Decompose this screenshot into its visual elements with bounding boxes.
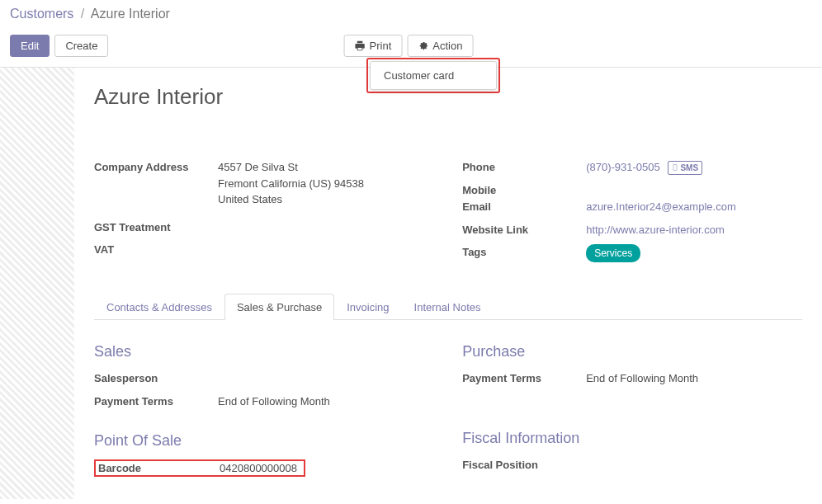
action-label: Action <box>432 40 462 52</box>
company-address-value: 4557 De Silva St Fremont California (US)… <box>218 159 364 208</box>
breadcrumb: Customers / Azure Interior <box>0 0 822 28</box>
print-dropdown: Customer card <box>370 61 497 90</box>
info-grid: Company Address 4557 De Silva St Fremont… <box>94 159 802 269</box>
tab-contacts[interactable]: Contacts & Addresses <box>94 294 224 320</box>
website-label: Website Link <box>462 222 586 238</box>
create-button[interactable]: Create <box>54 35 108 57</box>
barcode-value: 0420800000008 <box>220 462 297 474</box>
vat-label: VAT <box>94 242 218 258</box>
barcode-label: Barcode <box>98 462 220 474</box>
form-sheet-bg: Azure Interior Company Address 4557 De S… <box>0 68 822 499</box>
tab-sales-purchase[interactable]: Sales & Purchase <box>224 294 334 320</box>
action-button[interactable]: Action <box>407 35 473 57</box>
phone-value[interactable]: (870)-931-0505 <box>586 161 660 173</box>
fiscal-position-label: Fiscal Position <box>462 457 586 473</box>
tab-content: Sales Salesperson Payment Terms End of F… <box>94 320 802 479</box>
pos-title: Point Of Sale <box>94 432 462 450</box>
tab-invoicing[interactable]: Invoicing <box>334 294 401 320</box>
gear-icon <box>418 40 428 51</box>
payment-terms-value: End of Following Month <box>218 393 330 410</box>
form-sheet: Azure Interior Company Address 4557 De S… <box>74 68 822 499</box>
sms-label: SMS <box>680 162 698 174</box>
purchase-title: Purchase <box>462 343 802 360</box>
print-icon <box>355 40 366 51</box>
gst-treatment-label: GST Treatment <box>94 219 218 236</box>
sales-title: Sales <box>94 343 462 360</box>
barcode-highlight: Barcode 0420800000008 <box>94 459 305 477</box>
tab-internal-notes[interactable]: Internal Notes <box>402 294 494 320</box>
company-address-label: Company Address <box>94 159 218 208</box>
left-gutter <box>0 68 74 499</box>
purchase-payment-terms-label: Payment Terms <box>462 370 586 387</box>
tags-label: Tags <box>462 244 586 262</box>
salesperson-label: Salesperson <box>94 370 218 387</box>
print-dropdown-highlight: Customer card <box>366 58 500 93</box>
sms-button[interactable]: SMS <box>668 161 702 175</box>
dropdown-item-customer-card[interactable]: Customer card <box>371 62 496 89</box>
edit-button[interactable]: Edit <box>10 35 50 57</box>
fiscal-title: Fiscal Information <box>462 430 802 447</box>
email-value[interactable]: azure.Interior24@example.com <box>586 200 736 213</box>
toolbar: Edit Create Print Action Customer card <box>0 28 822 68</box>
tabs: Contacts & Addresses Sales & Purchase In… <box>94 294 802 320</box>
address-line2: Fremont California (US) 94538 <box>218 176 364 192</box>
print-label: Print <box>370 40 392 52</box>
address-country: United States <box>218 191 364 208</box>
purchase-payment-terms-value: End of Following Month <box>586 370 698 387</box>
mobile-icon <box>672 164 678 171</box>
website-value[interactable]: http://www.azure-interior.com <box>586 224 725 236</box>
address-line1: 4557 De Silva St <box>218 159 364 176</box>
svg-rect-0 <box>673 165 677 171</box>
mobile-label: Mobile <box>462 182 586 199</box>
breadcrumb-root[interactable]: Customers <box>10 7 73 21</box>
print-button[interactable]: Print <box>344 35 403 57</box>
breadcrumb-current: Azure Interior <box>91 7 170 21</box>
breadcrumb-separator: / <box>81 7 84 21</box>
phone-label: Phone <box>462 159 586 176</box>
tag-pill: Services <box>586 244 640 262</box>
payment-terms-label: Payment Terms <box>94 393 218 410</box>
email-label: Email <box>462 199 586 215</box>
